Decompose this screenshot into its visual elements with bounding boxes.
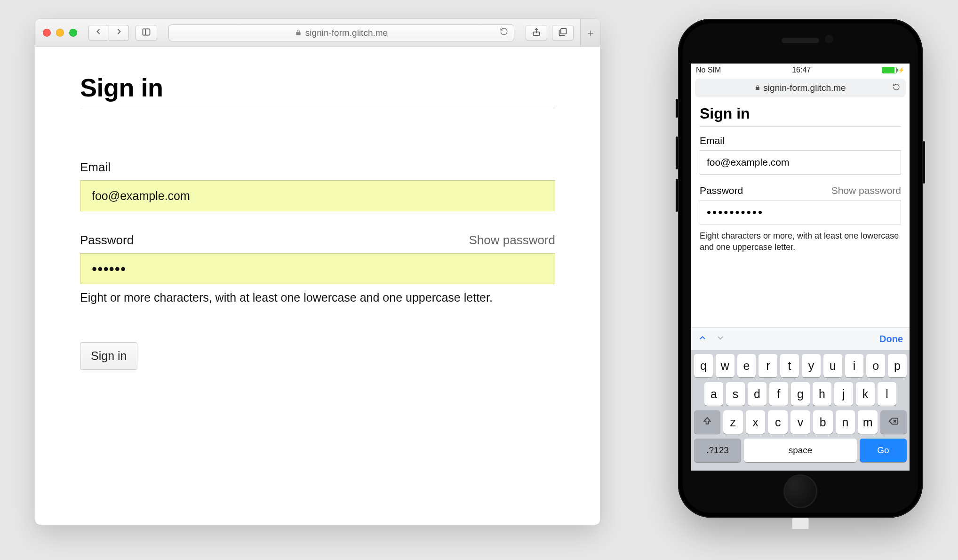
battery-icon [882,67,897,73]
space-key[interactable]: space [744,439,857,462]
ios-password-label: Password [700,185,743,196]
new-tab-button[interactable]: ＋ [580,19,600,47]
key-h[interactable]: h [813,382,831,406]
key-u[interactable]: u [823,354,842,377]
keyboard-row-3: zxcvbnm [694,410,907,434]
keyboard-row-4: .?123 space Go [694,439,907,462]
charging-icon: ⚡ [898,67,905,73]
page-title: Sign in [80,73,555,102]
keyboard-row-1: qwertyuiop [694,354,907,377]
email-input[interactable] [80,180,555,211]
next-field-button[interactable] [716,333,725,345]
ios-address-bar[interactable]: signin-form.glitch.me [695,79,906,97]
ios-show-password-toggle[interactable]: Show password [831,185,901,196]
key-i[interactable]: i [845,354,864,377]
url-text: signin-form.glitch.me [305,28,388,38]
key-l[interactable]: l [878,382,896,406]
home-button[interactable] [783,474,817,508]
key-e[interactable]: e [737,354,756,377]
key-f[interactable]: f [769,382,788,406]
window-controls [43,29,77,37]
backspace-key[interactable] [880,410,907,434]
share-icon [532,27,541,39]
password-hint: Eight or more characters, with at least … [80,291,555,304]
key-m[interactable]: m [858,410,878,434]
power-button[interactable] [923,141,925,184]
reload-button[interactable] [500,27,508,38]
sidebar-toggle-button[interactable] [136,25,157,41]
numbers-key[interactable]: .?123 [694,439,741,462]
prev-field-button[interactable] [698,333,707,345]
tabs-button[interactable] [552,25,574,41]
key-c[interactable]: c [768,410,788,434]
key-k[interactable]: k [856,382,875,406]
window-close-button[interactable] [43,29,51,37]
battery-indicator: ⚡ [882,67,905,73]
key-n[interactable]: n [836,410,855,434]
shift-key[interactable] [694,410,720,434]
password-input[interactable] [80,253,555,284]
share-button[interactable] [526,25,547,41]
keyboard-done-button[interactable]: Done [879,334,903,344]
key-q[interactable]: q [694,354,713,377]
key-d[interactable]: d [748,382,766,406]
volume-up-button[interactable] [676,136,678,169]
safari-toolbar: signin-form.glitch.me ＋ [35,19,600,47]
keyboard-row-2: asdfghjkl [694,382,907,406]
key-o[interactable]: o [866,354,885,377]
page-body: Sign in Email Password Show password Eig… [35,47,600,525]
ios-reload-button[interactable] [893,83,900,93]
ios-password-input[interactable] [700,200,901,224]
key-x[interactable]: x [746,410,766,434]
signin-button[interactable]: Sign in [80,342,137,370]
ios-keyboard: qwertyuiop asdfghjkl zxcvbnm .?123 space [691,350,910,471]
key-j[interactable]: j [834,382,853,406]
forward-button[interactable] [109,25,129,41]
keyboard-accessory-bar: Done [691,328,910,350]
ios-password-hint: Eight characters or more, with at least … [700,230,901,253]
ios-email-input[interactable] [700,150,901,175]
key-y[interactable]: y [802,354,821,377]
iphone-device: No SIM 16:47 ⚡ signin-form.glitch.me Sig… [678,19,923,518]
show-password-toggle[interactable]: Show password [469,233,555,248]
key-w[interactable]: w [716,354,734,377]
ios-title-divider [700,126,901,127]
title-divider [80,108,555,108]
svg-rect-0 [143,29,150,35]
plus-icon: ＋ [585,26,596,40]
status-time: 16:47 [792,66,811,74]
key-b[interactable]: b [813,410,833,434]
chevron-right-icon [114,27,124,39]
key-g[interactable]: g [791,382,810,406]
email-label: Email [80,160,555,175]
ios-status-bar: No SIM 16:47 ⚡ [691,64,910,77]
ios-page-body: Sign in Email Password Show password Eig… [691,99,910,328]
sidebar-icon [142,27,151,39]
key-r[interactable]: r [758,354,777,377]
address-bar[interactable]: signin-form.glitch.me [168,24,514,41]
lightning-cable [792,518,809,529]
nav-buttons [88,25,129,41]
iphone-screen: No SIM 16:47 ⚡ signin-form.glitch.me Sig… [691,64,910,471]
window-minimize-button[interactable] [56,29,64,37]
key-z[interactable]: z [723,410,743,434]
key-v[interactable]: v [790,410,810,434]
key-s[interactable]: s [726,382,745,406]
shift-icon [703,416,712,428]
backspace-icon [888,416,899,429]
back-button[interactable] [88,25,108,41]
chevron-left-icon [94,27,103,39]
tabs-icon [558,27,567,39]
window-zoom-button[interactable] [69,29,77,37]
key-t[interactable]: t [780,354,799,377]
volume-down-button[interactable] [676,179,678,212]
go-key[interactable]: Go [860,439,907,462]
key-p[interactable]: p [888,354,907,377]
right-toolbar [526,25,574,41]
safari-window: signin-form.glitch.me ＋ Sign in Email [35,19,600,525]
svg-rect-3 [561,28,567,34]
mute-switch[interactable] [676,99,678,118]
password-label: Password [80,233,134,248]
lock-icon [755,84,760,92]
key-a[interactable]: a [704,382,723,406]
